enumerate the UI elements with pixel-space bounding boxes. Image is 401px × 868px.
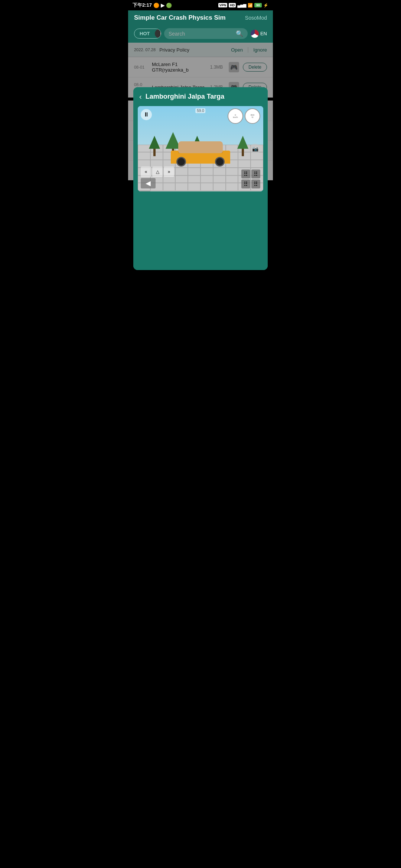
control-btn-4: ⠿: [251, 180, 260, 188]
grid-cell: [175, 168, 188, 175]
steer-left-button[interactable]: ◀: [141, 178, 156, 188]
modal-header: ‹ Lamborghini Jalpa Targa: [133, 87, 268, 106]
hd-icon: HD: [229, 3, 236, 7]
status-app-icon-3: 🟢: [166, 3, 172, 8]
search-input[interactable]: [169, 31, 234, 37]
control-btn-1: ⠿: [241, 170, 250, 178]
grid-cell: [200, 183, 213, 191]
car-shape: [171, 139, 230, 164]
car-model: [171, 139, 230, 165]
turn-right-button[interactable]: »: [164, 167, 174, 177]
grid-cell: [138, 191, 150, 191]
grid-cell: [175, 175, 188, 183]
status-app-icon-2: ▶: [161, 3, 164, 8]
speed-display: 59.0: [195, 108, 205, 113]
app-title: Simple Car Crash Physics Sim: [134, 14, 226, 22]
search-icon: 🔍: [236, 30, 243, 37]
vpn-icon: VPN: [218, 3, 228, 7]
status-time: 下午2:17: [133, 2, 152, 9]
grid-cell: [226, 183, 238, 191]
status-bar: 下午2:17 🟠 ▶ 🟢 VPN HD ▄▅▆ 📶 90 ⚡: [128, 0, 273, 10]
app-header: Simple Car Crash Physics Sim SosoMod: [128, 10, 273, 25]
grid-cell: [138, 145, 150, 152]
right-controls: ⠿ ⠿ ⠿ ⠿: [241, 170, 260, 188]
grid-cell: [188, 175, 200, 183]
grid-cell: [226, 168, 238, 175]
grid-cell: [138, 152, 150, 160]
pause-button[interactable]: ⏸: [141, 109, 152, 120]
modal-title: Lamborghini Jalpa Targa: [146, 93, 225, 101]
grid-cell: [213, 168, 226, 175]
car-wheel-left: [176, 157, 186, 167]
movement-controls: « △ » ◀: [141, 167, 174, 188]
brand-name: SosoMod: [245, 15, 267, 21]
search-bar-area: HOT NEW 🔍 EN: [128, 25, 273, 43]
charging-icon: ⚡: [263, 3, 268, 8]
grid-cell: [213, 175, 226, 183]
flag-icon: [251, 30, 259, 38]
accelerate-button[interactable]: △: [152, 167, 163, 177]
tab-hot[interactable]: HOT: [134, 29, 155, 38]
status-app-icon-1: 🟠: [153, 3, 159, 8]
search-input-wrap[interactable]: 🔍: [164, 28, 248, 39]
main-content: 2022. 07.28 Privacy Policy Open | Ignore…: [128, 43, 273, 180]
camera-button[interactable]: 📷: [250, 144, 260, 154]
grid-cell: [175, 183, 188, 191]
grid-cell: [251, 160, 263, 168]
grid-cell: [188, 168, 200, 175]
speedometer-group: 0 km/h 800 N: [228, 108, 260, 124]
tab-group: HOT NEW: [134, 29, 161, 39]
tree-4: [237, 136, 248, 156]
status-time-area: 下午2:17 🟠 ▶ 🟢: [133, 2, 172, 9]
control-btn-2: ⠿: [251, 170, 260, 178]
battery-icon: 90: [254, 3, 262, 7]
car-wheel-right: [215, 157, 225, 167]
language-code: EN: [260, 31, 267, 36]
wifi-icon: 📶: [248, 3, 253, 8]
grid-cell: [188, 183, 200, 191]
grid-cell: [213, 183, 226, 191]
rpm-gauge: 800 N: [245, 108, 260, 124]
modal-back-button[interactable]: ‹: [139, 92, 142, 101]
speed-gauge: 0 km/h: [228, 108, 243, 124]
tree-1: [149, 136, 160, 156]
modal-content-area: [133, 196, 268, 270]
grid-cell: [226, 175, 238, 183]
car-top: [178, 141, 223, 153]
grid-cell: [200, 175, 213, 183]
turn-left-button[interactable]: «: [141, 167, 151, 177]
grid-cell: [238, 160, 251, 168]
language-selector[interactable]: EN: [251, 30, 267, 38]
tab-new[interactable]: NEW: [155, 29, 161, 38]
status-right-area: VPN HD ▄▅▆ 📶 90 ⚡: [218, 3, 268, 8]
signal-icon: ▄▅▆: [237, 3, 246, 8]
mod-detail-modal: ‹ Lamborghini Jalpa Targa: [133, 87, 268, 270]
control-btn-3: ⠿: [241, 180, 250, 188]
car-game-image: ⏸ 59.0 0 km/h 800 N 📷 « △: [138, 106, 263, 191]
grid-cell: [200, 168, 213, 175]
